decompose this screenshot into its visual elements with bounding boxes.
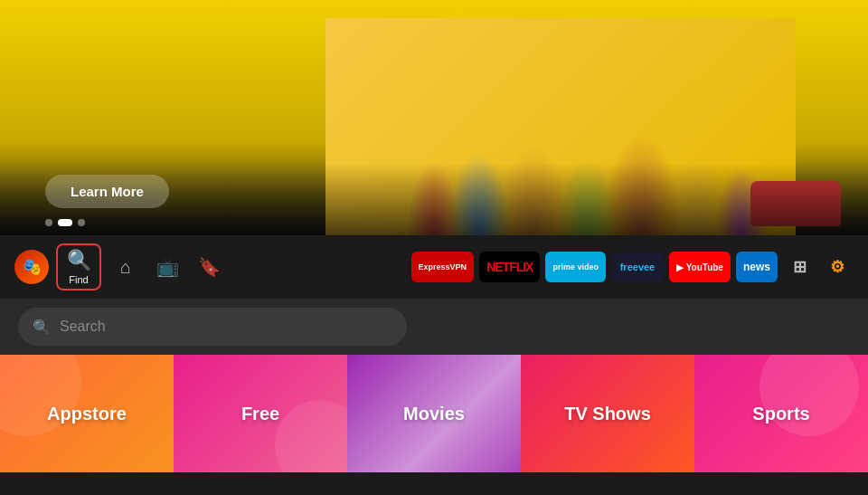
category-movies-label: Movies	[403, 404, 465, 424]
channel-logos-container: ExpressVPN NETFLIX prime video freevee ▶…	[411, 252, 854, 282]
freevee-logo[interactable]: freevee	[611, 252, 664, 282]
hero-pagination-dots	[45, 219, 85, 226]
find-label: Find	[69, 274, 88, 285]
dot-1	[45, 219, 52, 226]
dot-2-active	[58, 219, 72, 226]
nav-bar: 🎭 🔍 Find ⌂ 📺 🔖 ExpressVPN NETFLIX prime …	[0, 235, 868, 299]
all-apps-icon[interactable]: ⊞	[783, 252, 816, 282]
home-nav-icon[interactable]: ⌂	[108, 250, 143, 284]
category-sports-label: Sports	[752, 404, 809, 424]
settings-icon[interactable]: ⚙	[821, 252, 854, 282]
category-tvshows-label: TV Shows	[564, 404, 651, 424]
category-free[interactable]: Free	[174, 355, 347, 472]
learn-more-button[interactable]: Learn More	[45, 175, 169, 208]
search-icon: 🔍	[33, 319, 51, 336]
news-logo[interactable]: news	[736, 252, 778, 282]
prime-video-logo[interactable]: prime video	[545, 252, 606, 282]
category-movies[interactable]: Movies	[347, 355, 521, 472]
find-button[interactable]: 🔍 Find	[56, 243, 101, 290]
dot-3	[78, 219, 85, 226]
netflix-logo[interactable]: NETFLIX	[479, 252, 540, 282]
youtube-logo[interactable]: ▶ YouTube	[669, 252, 731, 282]
search-area: 🔍 Search	[0, 299, 868, 355]
search-placeholder-text: Search	[60, 319, 106, 335]
category-appstore[interactable]: Appstore	[0, 355, 174, 472]
category-tvshows[interactable]: TV Shows	[521, 355, 694, 472]
tv-nav-icon[interactable]: 📺	[150, 250, 184, 284]
search-bar[interactable]: 🔍 Search	[18, 308, 407, 346]
categories-row: Appstore Free Movies TV Shows Sports	[0, 355, 868, 472]
user-avatar[interactable]: 🎭	[14, 250, 49, 284]
find-search-icon: 🔍	[67, 249, 91, 272]
bookmark-nav-icon[interactable]: 🔖	[192, 250, 226, 284]
hero-section: Learn More	[0, 0, 868, 235]
category-sports[interactable]: Sports	[694, 355, 868, 472]
category-appstore-label: Appstore	[47, 404, 127, 424]
category-free-label: Free	[241, 404, 279, 424]
expressvpn-logo[interactable]: ExpressVPN	[411, 252, 475, 282]
